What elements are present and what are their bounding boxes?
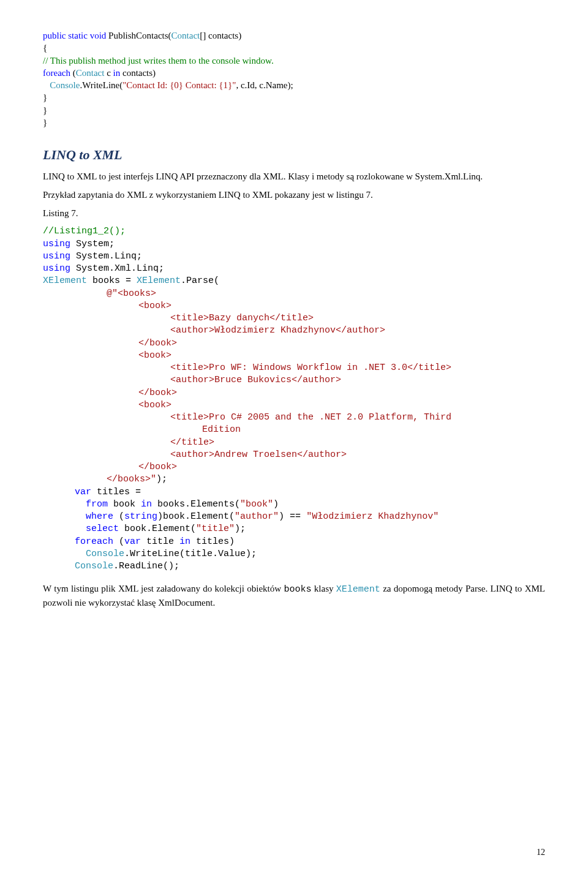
code-text: titles) xyxy=(190,536,235,547)
xml-text: </book> xyxy=(43,337,545,350)
xml-text: <author>Włodzimierz Khadzhynov</author> xyxy=(43,325,545,337)
code-text: ); xyxy=(235,524,246,534)
code-text: , c.Id, c.Name); xyxy=(236,80,293,90)
kw: in xyxy=(141,499,152,510)
code-text: } xyxy=(43,91,545,104)
section-heading: LINQ to XML xyxy=(43,146,545,164)
page-number: 12 xyxy=(537,847,545,859)
code-text: .Parse( xyxy=(181,276,219,286)
string: "Contact Id: {0} Contact: {1}" xyxy=(123,80,236,90)
code-text: } xyxy=(43,104,545,116)
code-text: .ReadLine(); xyxy=(113,561,179,571)
code-block-main: //Listing1_2(); using System; using Syst… xyxy=(43,225,545,573)
xml-text: <title>Pro WF: Windows Workflow in .NET … xyxy=(43,362,545,374)
kw: using xyxy=(43,263,70,274)
string: "title" xyxy=(196,524,235,534)
string: "Włodzimierz Khadzhynov" xyxy=(306,511,439,522)
code-text: books = xyxy=(87,276,137,286)
xml-text: </book> xyxy=(43,387,545,399)
type: Contact xyxy=(172,31,200,40)
kw: in xyxy=(113,68,123,78)
xml-text: <author>Bruce Bukovics</author> xyxy=(43,374,545,386)
inline-code: books xyxy=(284,584,311,595)
xml-text: <title>Bazy danych</title> xyxy=(43,312,545,325)
code-text: book xyxy=(108,499,141,510)
class: Console xyxy=(86,549,124,559)
code-text: contacts) xyxy=(123,68,156,78)
code-text: ) xyxy=(273,499,279,510)
code-text: title xyxy=(141,536,179,547)
ns: System.Linq; xyxy=(70,251,142,262)
xml-text: <book> xyxy=(43,399,545,412)
paragraph: Przykład zapytania do XML z wykorzystani… xyxy=(43,189,545,201)
code-text: { xyxy=(43,42,545,54)
type: XElement xyxy=(43,276,87,286)
listing-label: Listing 7. xyxy=(43,207,545,219)
kw: from xyxy=(86,499,108,510)
text-run: klasy xyxy=(311,584,336,593)
xml-text: @"<books> xyxy=(43,288,545,300)
code-text: ) == xyxy=(279,511,306,522)
xml-text: Edition xyxy=(43,424,545,436)
kw: select xyxy=(86,524,119,534)
xml-text: </title> xyxy=(43,437,545,449)
code-text: ); xyxy=(156,474,167,484)
kw: using xyxy=(43,251,70,262)
paragraph: LINQ to XML to jest interfejs LINQ API p… xyxy=(43,170,545,183)
code-block-top: public static void PublishContacts(Conta… xyxy=(43,29,545,129)
xml-text: <book> xyxy=(43,300,545,312)
type: Contact xyxy=(76,68,105,78)
paragraph: W tym listingu plik XML jest załadowany … xyxy=(43,582,545,609)
kw: var xyxy=(75,487,91,497)
kw: foreach xyxy=(75,536,113,547)
code-text: .WriteLine(title.Value); xyxy=(124,549,257,559)
xml-text: <book> xyxy=(43,350,545,362)
kw: public static void xyxy=(43,31,108,40)
code-text: titles = xyxy=(91,487,141,497)
inline-code: XElement xyxy=(336,584,380,595)
code-text: books.Elements( xyxy=(152,499,240,510)
string: "book" xyxy=(240,499,273,510)
kw: var xyxy=(124,536,141,547)
xml-text: </books>" xyxy=(107,474,156,484)
xml-text: </book> xyxy=(43,461,545,473)
code-text: book.Element( xyxy=(119,524,196,534)
class: Console xyxy=(75,561,113,571)
kw: foreach xyxy=(43,68,73,78)
ns: System.Xml.Linq; xyxy=(70,263,164,274)
kw: where xyxy=(86,511,113,522)
comment: //Listing1_2(); xyxy=(43,225,545,238)
code-text: .WriteLine( xyxy=(80,80,123,90)
type: XElement xyxy=(137,276,181,286)
kw: string xyxy=(124,511,157,522)
class: Console xyxy=(50,80,80,90)
text-run: W tym listingu plik XML jest załadowany … xyxy=(43,584,284,593)
code-text: c xyxy=(104,68,113,78)
kw: using xyxy=(43,239,70,249)
code-text: [] contacts) xyxy=(200,31,241,40)
ns: System; xyxy=(70,239,115,249)
kw: in xyxy=(179,536,190,547)
string: "author" xyxy=(235,511,279,522)
xml-text: <title>Pro C# 2005 and the .NET 2.0 Plat… xyxy=(43,412,545,424)
code-text: ( xyxy=(113,511,124,522)
comment: // This publish method just writes them … xyxy=(43,55,545,67)
xml-text: <author>Andrew Troelsen</author> xyxy=(43,449,545,461)
code-text: )book.Element( xyxy=(157,511,235,522)
code-text: PublishContacts( xyxy=(108,31,172,40)
code-text: } xyxy=(43,116,545,129)
code-text: ( xyxy=(113,536,124,547)
